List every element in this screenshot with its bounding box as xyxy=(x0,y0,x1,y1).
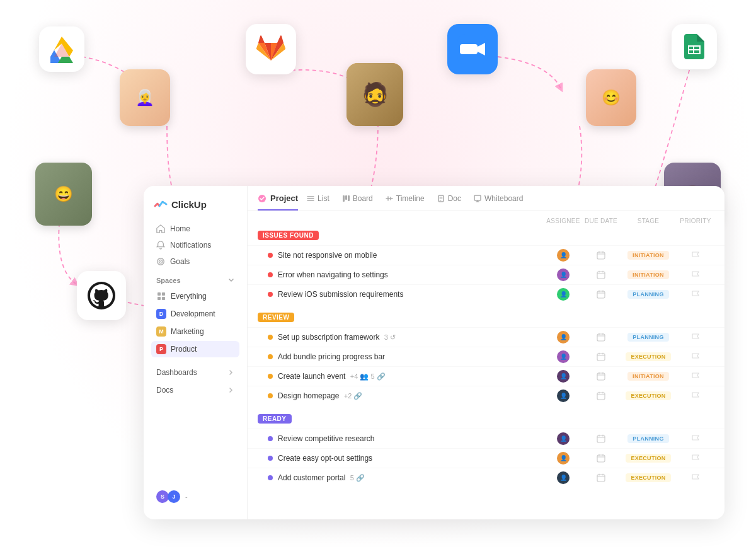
logo-text: ClickUp xyxy=(171,199,207,210)
task-row[interactable]: Set up subscription framework 3 ↺ 👤 PLAN… xyxy=(248,327,724,347)
group-ready-header: READY xyxy=(248,409,724,429)
svg-rect-13 xyxy=(162,292,165,296)
priority-icon-2 xyxy=(691,270,700,279)
task-row[interactable]: Add customer portal 5 🔗 👤 EXECUTION xyxy=(248,468,724,487)
tab-board[interactable]: Board xyxy=(336,194,379,211)
sidebar-docs[interactable]: Docs xyxy=(151,381,239,399)
tab-list[interactable]: List xyxy=(301,194,336,211)
priority-icon-6 xyxy=(691,372,700,381)
priority-icon-5 xyxy=(691,352,700,361)
task-priority xyxy=(677,454,714,463)
task-row[interactable]: Add bundle pricing progress bar 👤 EXECUT… xyxy=(248,347,724,366)
calendar-icon xyxy=(597,251,605,260)
sidebar-links: Dashboards Docs xyxy=(151,364,239,399)
task-row[interactable]: Review iOS submission requirements 👤 PLA… xyxy=(248,284,724,304)
task-due xyxy=(582,270,620,279)
task-priority xyxy=(677,270,714,279)
tab-project[interactable]: Project xyxy=(258,193,298,211)
task-row[interactable]: Error when navigating to settings 👤 INIT… xyxy=(248,265,724,284)
nav-home[interactable]: Home xyxy=(151,221,239,236)
task-assignee: 👤 xyxy=(544,452,582,465)
svg-rect-23 xyxy=(597,272,605,279)
google-sheets-icon xyxy=(672,24,717,69)
table-area: ASSIGNEE DUE DATE STAGE PRIORITY ISSUES … xyxy=(248,211,724,519)
svg-rect-27 xyxy=(597,373,605,380)
task-priority xyxy=(677,352,714,361)
task-priority xyxy=(677,434,714,443)
calendar-icon-4 xyxy=(597,333,605,342)
main-content: Project List Board Timeline Doc Whiteboa… xyxy=(248,186,724,519)
task-priority xyxy=(677,333,714,342)
tab-doc[interactable]: Doc xyxy=(431,194,467,211)
task-due xyxy=(582,251,620,260)
task-dot xyxy=(268,374,273,379)
bell-icon xyxy=(156,241,165,250)
task-stage: INITIATION xyxy=(620,270,677,279)
calendar-icon-3 xyxy=(597,290,605,299)
github-icon xyxy=(77,271,126,320)
task-due xyxy=(582,333,620,342)
task-due xyxy=(582,454,620,463)
task-assignee: 👤 xyxy=(544,331,582,343)
space-development[interactable]: D Development xyxy=(151,306,239,322)
task-row[interactable]: Create easy opt-out settings 👤 EXECUTION xyxy=(248,448,724,468)
tabs-bar: Project List Board Timeline Doc Whiteboa… xyxy=(248,186,724,211)
list-icon xyxy=(307,195,314,202)
clickup-logo-icon xyxy=(154,197,168,211)
nav-notifications[interactable]: Notifications xyxy=(151,238,239,253)
sidebar-bottom: S J - xyxy=(151,485,239,508)
svg-rect-5 xyxy=(688,45,689,54)
space-product[interactable]: P Product xyxy=(151,341,239,357)
doc-icon xyxy=(437,195,445,202)
nav-goals[interactable]: Goals xyxy=(151,254,239,269)
priority-icon-3 xyxy=(691,290,700,299)
svg-rect-29 xyxy=(597,436,605,442)
goals-icon xyxy=(156,257,165,266)
svg-rect-12 xyxy=(158,292,161,296)
svg-rect-6 xyxy=(693,45,694,54)
task-assignee: 👤 xyxy=(544,432,582,445)
space-everything[interactable]: Everything xyxy=(151,288,239,304)
task-assignee: 👤 xyxy=(544,288,582,301)
sidebar: ClickUp Home Notifications Goals Spaces xyxy=(144,186,248,519)
task-assignee: 👤 xyxy=(544,268,582,281)
board-icon xyxy=(342,195,350,202)
tab-timeline[interactable]: Timeline xyxy=(379,194,431,211)
task-due xyxy=(582,434,620,443)
spaces-header: Spaces xyxy=(151,270,239,287)
task-due xyxy=(582,352,620,361)
task-dot xyxy=(268,456,273,461)
svg-rect-18 xyxy=(345,195,347,200)
task-priority xyxy=(677,290,714,299)
calendar-icon-10 xyxy=(597,473,605,482)
space-marketing[interactable]: M Marketing xyxy=(151,323,239,340)
task-dot xyxy=(268,292,273,297)
calendar-icon-8 xyxy=(597,434,605,443)
zoom-icon xyxy=(447,24,498,74)
sidebar-dashboards[interactable]: Dashboards xyxy=(151,364,239,381)
task-stage: EXECUTION xyxy=(620,473,677,482)
priority-icon xyxy=(691,251,700,260)
task-dot xyxy=(268,253,273,258)
task-dot xyxy=(268,335,273,340)
timeline-icon xyxy=(386,195,393,202)
tab-whiteboard[interactable]: Whiteboard xyxy=(467,194,529,211)
task-assignee: 👤 xyxy=(544,471,582,484)
task-assignee: 👤 xyxy=(544,370,582,383)
task-row[interactable]: Review competitive research 👤 PLANNING xyxy=(248,429,724,448)
task-due xyxy=(582,391,620,400)
priority-icon-4 xyxy=(691,333,700,342)
task-row[interactable]: Design homepage +2 🔗 👤 EXECUTION xyxy=(248,386,724,405)
chevron-right-icon xyxy=(228,369,234,376)
google-drive-icon xyxy=(39,26,84,72)
task-row[interactable]: Create launch event +4 👥 5 🔗 👤 INITIATIO… xyxy=(248,366,724,386)
task-dot xyxy=(268,393,273,398)
task-assignee: 👤 xyxy=(544,249,582,262)
task-stage: PLANNING xyxy=(620,290,677,299)
task-priority xyxy=(677,251,714,260)
project-icon xyxy=(258,194,266,203)
task-priority xyxy=(677,391,714,400)
logo-area: ClickUp xyxy=(151,197,239,211)
task-row[interactable]: Site not responsive on mobile 👤 INITIATI… xyxy=(248,245,724,265)
svg-rect-21 xyxy=(474,195,481,200)
